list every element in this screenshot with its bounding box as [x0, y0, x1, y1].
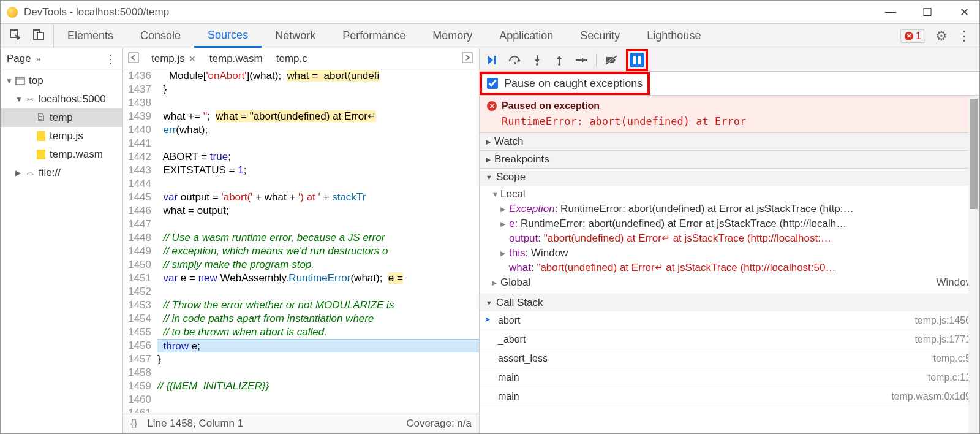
watch-section[interactable]: ▶Watch	[480, 132, 979, 150]
scope-section[interactable]: ▼Scope	[480, 168, 979, 186]
callstack-section[interactable]: ▼Call Stack	[480, 294, 979, 311]
editor-panel: temp.js ✕ temp.wasm temp.c 1436 Module['…	[123, 48, 480, 433]
svg-rect-6	[37, 150, 45, 159]
close-tab-icon[interactable]: ✕	[189, 54, 196, 64]
pause-exceptions-icon[interactable]	[630, 53, 644, 67]
device-toggle-icon[interactable]	[32, 29, 45, 44]
minimize-button[interactable]: —	[881, 6, 900, 19]
scope-var[interactable]: output: "abort(undefined) at Error↵ at j…	[500, 231, 973, 246]
file-next-icon[interactable]	[462, 52, 474, 66]
main-tab-performance[interactable]: Performance	[329, 24, 419, 48]
exception-message: RuntimeError: abort(undefined) at Error	[502, 115, 972, 128]
tree-file-temp-wasm[interactable]: temp.wasm	[1, 145, 123, 164]
pause-caught-option-highlight: Pause on caught exceptions	[480, 72, 650, 95]
pause-caught-checkbox[interactable]	[487, 78, 498, 89]
svg-rect-7	[129, 53, 138, 63]
resume-icon[interactable]	[486, 53, 500, 67]
exception-icon: ✕	[487, 101, 497, 111]
svg-rect-2	[37, 32, 43, 40]
error-badge[interactable]: ✕ 1	[900, 29, 925, 43]
stack-frame[interactable]: maintemp.wasm:0x1d9	[480, 387, 979, 406]
pause-exceptions-highlight	[626, 49, 648, 71]
editor-statusbar: {} Line 1458, Column 1 Coverage: n/a	[123, 413, 479, 433]
error-icon: ✕	[905, 32, 913, 40]
main-tab-memory[interactable]: Memory	[419, 24, 486, 48]
filetab-temp-js[interactable]: temp.js ✕	[149, 53, 198, 65]
page-more-icon[interactable]: »	[36, 54, 41, 64]
window-titlebar: DevTools - localhost:5000/temp — ☐ ✕	[1, 1, 979, 24]
filetab-temp-wasm[interactable]: temp.wasm	[207, 53, 265, 65]
debugger-panel: Pause on caught exceptions ✕ Paused on e…	[480, 48, 979, 433]
svg-point-12	[536, 63, 538, 66]
more-icon[interactable]: ⋮	[957, 28, 971, 44]
step-over-icon[interactable]	[508, 53, 522, 67]
main-tab-console[interactable]: Console	[127, 24, 194, 48]
svg-point-10	[514, 62, 516, 64]
page-tab[interactable]: Page	[7, 53, 31, 65]
svg-rect-8	[462, 53, 472, 63]
svg-point-16	[585, 59, 587, 61]
main-tab-sources[interactable]: Sources	[194, 24, 262, 48]
svg-rect-20	[638, 56, 641, 64]
close-window-button[interactable]: ✕	[955, 6, 973, 19]
tree-file-temp[interactable]: 🗎temp	[1, 108, 123, 127]
step-into-icon[interactable]	[530, 53, 545, 67]
tree-host[interactable]: ▼ localhost:5000	[1, 90, 123, 108]
scope-local: ▼Local ▶Exception: RuntimeError: abort(u…	[480, 186, 979, 294]
svg-rect-5	[37, 131, 45, 141]
tree-file-scheme[interactable]: ▶ file://	[1, 164, 123, 182]
call-stack-list: aborttemp.js:1456_aborttemp.js:1771asser…	[480, 311, 979, 406]
deactivate-breakpoints-icon[interactable]	[604, 53, 619, 67]
scrollbar[interactable]	[968, 96, 979, 433]
main-tab-application[interactable]: Application	[486, 24, 567, 48]
tree-file-temp-js[interactable]: temp.js	[1, 127, 123, 145]
navigator-panel: Page » ⋮ ▼ top ▼ localhost:5000 🗎temp te…	[1, 48, 123, 433]
main-tab-network[interactable]: Network	[262, 24, 329, 48]
debugger-toolbar	[480, 48, 979, 72]
main-tab-security[interactable]: Security	[567, 24, 633, 48]
svg-rect-3	[16, 77, 24, 85]
navigator-menu-icon[interactable]: ⋮	[104, 51, 116, 66]
code-editor[interactable]: 1436 Module['onAbort'](what); what = abo…	[123, 69, 479, 413]
svg-point-14	[558, 63, 560, 66]
scope-var[interactable]: what: "abort(undefined) at Error↵ at jsS…	[500, 261, 973, 275]
maximize-button[interactable]: ☐	[918, 6, 937, 19]
filetab-temp-c[interactable]: temp.c	[274, 53, 310, 65]
cursor-position: Line 1458, Column 1	[147, 417, 243, 430]
inspect-icon[interactable]	[9, 29, 21, 44]
scope-var[interactable]: ▶this: Window	[500, 246, 973, 261]
stack-frame[interactable]: aborttemp.js:1456	[480, 311, 979, 330]
step-out-icon[interactable]	[552, 53, 567, 67]
stack-frame[interactable]: assert_lesstemp.c:5	[480, 349, 979, 368]
svg-rect-9	[494, 56, 496, 64]
settings-icon[interactable]: ⚙	[935, 28, 948, 44]
error-count: 1	[916, 31, 921, 42]
step-icon[interactable]	[574, 53, 589, 67]
pause-caught-label: Pause on caught exceptions	[504, 77, 643, 90]
stack-frame[interactable]: _aborttemp.js:1771	[480, 330, 979, 349]
file-nav-icon[interactable]	[128, 52, 140, 66]
coverage-info: Coverage: n/a	[406, 417, 472, 430]
svg-rect-19	[633, 56, 636, 64]
scope-var[interactable]: ▶Exception: RuntimeError: abort(undefine…	[500, 202, 973, 216]
stack-frame[interactable]: maintemp.c:11	[480, 368, 979, 387]
tree-top[interactable]: ▼ top	[1, 72, 123, 90]
breakpoints-section[interactable]: ▶Breakpoints	[480, 150, 979, 168]
main-tab-elements[interactable]: Elements	[54, 24, 127, 48]
devtools-favicon	[7, 7, 18, 18]
main-tabstrip: ElementsConsoleSourcesNetworkPerformance…	[1, 24, 979, 48]
window-title: DevTools - localhost:5000/temp	[24, 6, 169, 18]
scope-var[interactable]: ▶e: RuntimeError: abort(undefined) at Er…	[500, 216, 973, 231]
paused-banner: ✕ Paused on exception RuntimeError: abor…	[480, 95, 979, 132]
pretty-print-icon[interactable]: {}	[130, 417, 137, 430]
main-tab-lighthouse[interactable]: Lighthouse	[633, 24, 714, 48]
